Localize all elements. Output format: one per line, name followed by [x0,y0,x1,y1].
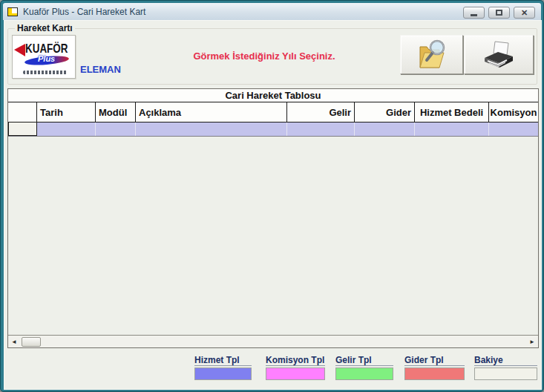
select-year-button[interactable] [400,35,463,74]
legend-label: Hizmet Tpl [194,355,252,366]
column-header-hizmet-bedeli[interactable]: Hizmet Bedeli [415,102,489,122]
instruction-text: Görmek İstediğiniz Yılı Seçiniz. [138,50,390,62]
column-header-indicator [8,102,37,122]
app-window: Kuaför Plus - Cari Hareket Kart ✕ Hareke… [0,0,544,392]
column-header-aciklama[interactable]: Açıklama [136,102,287,122]
legend-bakiye: Bakiye [474,355,537,380]
grid-header-row: Tarih Modül Açıklama Gelir Gider Hizmet … [8,102,538,122]
close-icon: ✕ [521,9,528,17]
scroll-right-arrow-icon[interactable]: ► [526,336,538,347]
legend-color-box [266,368,325,380]
scrollbar-thumb[interactable] [22,337,41,347]
column-header-modul[interactable]: Modül [96,102,136,122]
legend-label: Komisyon Tpl [266,355,325,366]
cell-tarih[interactable] [37,122,96,136]
minimize-button[interactable] [463,7,485,19]
column-header-komisyon[interactable]: Komisyon [489,102,538,122]
transactions-grid: Cari Hareket Tablosu Tarih Modül Açıklam… [7,88,539,348]
maximize-button[interactable] [488,7,510,19]
cell-hizmet-bedeli[interactable] [415,122,489,136]
groupbox-label: Hareket Kartı [15,23,75,33]
legend-label: Gelir Tpl [335,355,393,366]
grid-empty-area [8,137,538,335]
app-icon [7,7,18,16]
maximize-icon [496,10,502,16]
logo-subtext: Plus [38,54,55,63]
scroll-left-arrow-icon[interactable]: ◄ [8,336,20,347]
column-header-gider[interactable]: Gider [355,102,415,122]
cell-aciklama[interactable] [136,122,287,136]
legend-label: Bakiye [474,355,537,366]
bakiye-display-box [474,368,537,380]
legend-color-box [194,368,252,380]
logo-script-decoration [23,71,68,74]
window-content: Hareket Kartı KUAFÖR Plus ELEMAN Görmek … [4,20,542,390]
window-title: Kuaför Plus - Cari Hareket Kart [23,7,145,17]
legend-label: Gider Tpl [404,355,465,366]
legend-gider: Gider Tpl [404,355,465,380]
logo-text: KUAFÖR [25,42,68,55]
column-header-gelir[interactable]: Gelir [287,102,355,122]
user-type-label: ELEMAN [80,64,121,75]
legend-hizmet: Hizmet Tpl [194,355,252,380]
brand-logo: KUAFÖR Plus [12,35,76,79]
window-controls: ✕ [463,7,535,19]
legend-color-box [404,368,465,380]
grid-selected-row[interactable] [8,122,538,137]
cell-gider[interactable] [355,122,415,136]
cell-komisyon[interactable] [489,122,538,136]
minimize-icon [471,14,477,16]
cell-modul[interactable] [96,122,136,136]
folder-search-icon [414,38,450,72]
cell-gelir[interactable] [287,122,355,136]
close-button[interactable]: ✕ [514,7,535,19]
title-bar: Kuaför Plus - Cari Hareket Kart ✕ [3,3,541,20]
legend-gelir: Gelir Tpl [335,355,393,380]
logo-arrow-icon [14,44,25,56]
printer-icon [480,39,517,71]
horizontal-scrollbar[interactable]: ◄ ► [8,335,538,347]
grid-title: Cari Hareket Tablosu [8,89,538,102]
legend-color-box [335,368,393,380]
row-indicator-cell[interactable] [8,122,37,136]
column-header-tarih[interactable]: Tarih [37,102,96,122]
legend-komisyon: Komisyon Tpl [266,355,325,380]
print-button[interactable] [464,35,534,74]
